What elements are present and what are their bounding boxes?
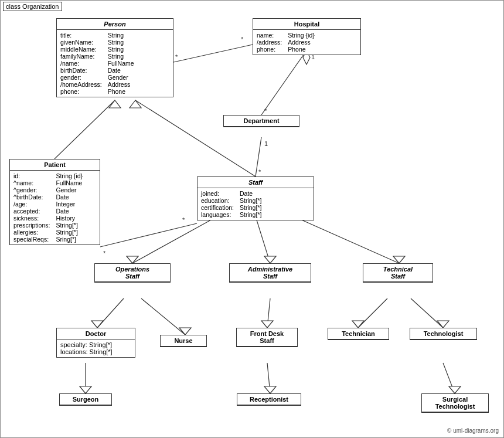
class-technician: Technician xyxy=(328,328,389,340)
class-department-header: Department xyxy=(224,116,299,127)
svg-marker-18 xyxy=(127,256,138,263)
svg-line-25 xyxy=(141,298,185,335)
attr-row: certification:String[*] xyxy=(201,204,264,211)
svg-line-0 xyxy=(173,45,253,62)
attr-row: ^gender:Gender xyxy=(13,186,85,193)
attr-row: ^name:FullName xyxy=(13,179,85,186)
class-technician-header: Technician xyxy=(328,328,389,339)
attr-row: specialty: String[*] xyxy=(60,341,131,348)
svg-text:*: * xyxy=(175,53,178,60)
svg-line-29 xyxy=(358,298,387,328)
class-technologist-header: Technologist xyxy=(410,328,476,339)
class-receptionist: Receptionist xyxy=(237,393,301,406)
copyright: © uml-diagrams.org xyxy=(447,427,499,434)
class-surgeon: Surgeon xyxy=(59,393,112,406)
class-staff-body: joined:Date education:String[*] certific… xyxy=(197,188,314,220)
attr-row: education:String[*] xyxy=(201,197,264,204)
attr-row: accepted:Date xyxy=(13,208,85,215)
attr-row: givenName:String xyxy=(60,39,137,46)
svg-marker-34 xyxy=(80,386,91,393)
class-tech-staff-header: Technical Staff xyxy=(363,264,433,282)
attr-row: middleName:String xyxy=(60,46,137,53)
attr-row: gender:Gender xyxy=(60,74,137,81)
svg-line-23 xyxy=(97,298,124,328)
class-admin-staff: Administrative Staff xyxy=(229,263,311,283)
attr-row: specialReqs:Sring[*] xyxy=(13,236,85,243)
svg-line-37 xyxy=(443,363,455,393)
attr-row: joined:Date xyxy=(201,190,264,197)
svg-line-10 xyxy=(55,100,115,159)
class-person-header: Person xyxy=(57,19,173,30)
svg-marker-22 xyxy=(393,256,405,263)
attr-row: birthDate:Date xyxy=(60,67,137,74)
svg-line-17 xyxy=(132,216,217,263)
attr-row: languages:String[*] xyxy=(201,211,264,218)
svg-line-31 xyxy=(411,298,443,328)
svg-text:1: 1 xyxy=(264,140,268,147)
attr-row: /homeAddress:Address xyxy=(60,81,137,88)
svg-marker-36 xyxy=(264,386,276,393)
attr-row: /age:Integer xyxy=(13,201,85,208)
svg-marker-30 xyxy=(352,321,364,328)
attr-row: phone:Phone xyxy=(60,88,137,95)
attr-row: allergies:String[*] xyxy=(13,229,85,236)
class-surgeon-header: Surgeon xyxy=(60,394,111,405)
attr-row: prescriptions:String[*] xyxy=(13,222,85,229)
class-department: Department xyxy=(223,115,299,127)
diagram-title: class Organization xyxy=(3,2,62,11)
class-patient-body: id:String {id} ^name:FullName ^gender:Ge… xyxy=(10,171,100,245)
class-tech-staff: Technical Staff xyxy=(363,263,433,283)
attr-row: name:String {id} xyxy=(257,32,317,39)
attr-row: title:String xyxy=(60,32,137,39)
class-person-body: title:String givenName:String middleName… xyxy=(57,30,173,97)
attr-row: id:String {id} xyxy=(13,172,85,179)
svg-line-12 xyxy=(135,100,256,176)
svg-line-27 xyxy=(267,298,270,328)
svg-text:*: * xyxy=(264,107,267,114)
attr-row: familyName:String xyxy=(60,53,137,60)
attr-row: ^birthDate:Date xyxy=(13,193,85,201)
class-staff: Staff joined:Date education:String[*] ce… xyxy=(197,176,314,220)
class-surgical-tech: Surgical Technologist xyxy=(421,393,489,413)
svg-text:*: * xyxy=(182,216,185,223)
class-patient: Patient id:String {id} ^name:FullName ^g… xyxy=(9,159,100,245)
svg-marker-38 xyxy=(449,386,461,393)
svg-text:*: * xyxy=(258,168,261,175)
attr-row: phone:Phone xyxy=(257,46,317,53)
class-technologist: Technologist xyxy=(410,328,477,340)
class-doctor-header: Doctor xyxy=(57,328,135,339)
class-doctor: Doctor specialty: String[*] locations: S… xyxy=(56,328,135,358)
svg-marker-11 xyxy=(109,100,121,108)
class-hospital: Hospital name:String {id} /address:Addre… xyxy=(253,18,361,55)
class-ops-staff: Operations Staff xyxy=(94,263,171,283)
svg-marker-20 xyxy=(264,256,276,263)
diagram-container: class Organization * * 1 * 1 * * * xyxy=(0,0,504,438)
class-nurse-header: Nurse xyxy=(161,335,206,347)
class-front-desk-header: Front Desk Staff xyxy=(237,328,297,347)
svg-line-3 xyxy=(261,50,307,115)
class-patient-header: Patient xyxy=(10,159,100,171)
class-ops-staff-header: Operations Staff xyxy=(95,264,170,282)
attr-row: locations: String[*] xyxy=(60,348,131,355)
svg-marker-28 xyxy=(261,321,273,328)
svg-line-35 xyxy=(267,363,270,393)
class-front-desk: Front Desk Staff xyxy=(236,328,298,347)
svg-text:*: * xyxy=(241,36,244,43)
class-doctor-body: specialty: String[*] locations: String[*… xyxy=(57,339,135,357)
attr-row: sickness:History xyxy=(13,215,85,222)
class-surgical-tech-header: Surgical Technologist xyxy=(422,394,488,412)
class-nurse: Nurse xyxy=(160,335,207,347)
class-person: Person title:String givenName:String mid… xyxy=(56,18,173,97)
class-admin-staff-header: Administrative Staff xyxy=(230,264,311,282)
class-receptionist-header: Receptionist xyxy=(237,394,301,405)
class-staff-header: Staff xyxy=(197,177,314,188)
svg-line-21 xyxy=(294,216,399,263)
svg-marker-24 xyxy=(91,321,103,328)
class-hospital-header: Hospital xyxy=(253,19,360,30)
attr-row: /address:Address xyxy=(257,39,317,46)
svg-text:*: * xyxy=(103,250,106,257)
svg-marker-13 xyxy=(130,100,141,108)
svg-line-14 xyxy=(100,223,197,247)
svg-line-7 xyxy=(256,137,261,176)
svg-marker-32 xyxy=(437,321,449,328)
